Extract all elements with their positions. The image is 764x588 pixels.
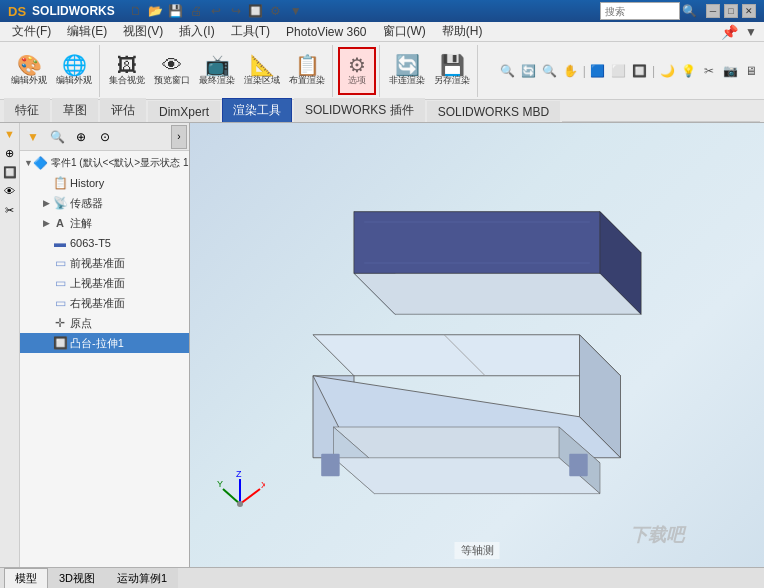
tab-sketch[interactable]: 草图 — [52, 98, 98, 122]
search-icon[interactable]: 🔍 — [680, 2, 698, 20]
search-input[interactable] — [600, 2, 680, 20]
vp-section-icon[interactable]: ✂ — [700, 62, 718, 80]
tree-panel-expand-btn[interactable]: › — [171, 125, 187, 149]
layout-render-btn[interactable]: 📋 布置渲染 — [285, 47, 329, 95]
tree-search-icon[interactable]: 🔍 — [46, 126, 68, 148]
close-btn[interactable]: ✕ — [742, 4, 756, 18]
menu-file[interactable]: 文件(F) — [4, 21, 59, 42]
tab-evaluate[interactable]: 评估 — [100, 98, 146, 122]
tree-filter-icon[interactable]: ▼ — [22, 126, 44, 148]
section-view-btn[interactable]: ✂ — [1, 201, 19, 219]
tab-sw-plugins[interactable]: SOLIDWORKS 插件 — [294, 98, 425, 122]
vp-monitor-icon[interactable]: 🖥 — [742, 62, 760, 80]
menu-photoview[interactable]: PhotoView 360 — [278, 23, 375, 41]
menu-edit[interactable]: 编辑(E) — [59, 21, 115, 42]
toolbar-area: 🎨 编辑外观 🌐 编辑外观 🖼 集合视觉 👁 预览窗口 📺 最终渲染 — [0, 42, 764, 123]
expand-qa-btn[interactable]: ▼ — [287, 2, 305, 20]
viewport[interactable]: X Y Z 等轴测 下载吧 — [190, 123, 764, 567]
stream-render-btn[interactable]: 🔄 非连渲染 — [385, 47, 429, 95]
svg-text:Z: Z — [236, 469, 242, 479]
svg-point-25 — [237, 501, 243, 507]
edit-scene-icon: 🌐 — [62, 55, 87, 75]
options-btn[interactable]: ⚙ 选项 — [338, 47, 376, 95]
part-expand-icon[interactable]: ▼ — [24, 157, 33, 169]
tree-item-origin[interactable]: ✛ 原点 — [20, 313, 189, 333]
tree-item-top-plane[interactable]: ▭ 上视基准面 — [20, 273, 189, 293]
tree-collapse-icon[interactable]: ⊙ — [94, 126, 116, 148]
top-plane-icon: ▭ — [52, 275, 68, 291]
edit-appearance-icon: 🎨 — [17, 55, 42, 75]
vp-camera-icon[interactable]: 📷 — [721, 62, 739, 80]
top-plane-expand-icon — [40, 277, 52, 289]
annotation-expand-icon[interactable]: ▶ — [40, 217, 52, 229]
tab-motion-study[interactable]: 运动算例1 — [106, 568, 178, 588]
edit-appearance-btn[interactable]: 🎨 编辑外观 — [7, 47, 51, 95]
feature-tree: ▼ 🔍 ⊕ ⊙ › ▼ 🔷 零件1 (默认<<默认>显示状态 1>) 📋 His… — [20, 123, 190, 567]
new-btn[interactable]: 🗋 — [127, 2, 145, 20]
bottom-tabs-bar: 模型 3D视图 运动算例1 — [0, 567, 764, 588]
ribbon-tabs: 特征 草图 评估 DimXpert 渲染工具 SOLIDWORKS 插件 SOL… — [0, 100, 764, 122]
edit-scene-btn[interactable]: 🌐 编辑外观 — [52, 47, 96, 95]
vp-rotate-icon[interactable]: 🔄 — [520, 62, 538, 80]
undo-btn[interactable]: ↩ — [207, 2, 225, 20]
open-btn[interactable]: 📂 — [147, 2, 165, 20]
vp-bg-icon[interactable]: 🌙 — [658, 62, 676, 80]
tree-item-boss-extrude[interactable]: 🔲 凸台-拉伸1 — [20, 333, 189, 353]
pin-icon[interactable]: 📌 — [720, 23, 738, 41]
tab-render-tools[interactable]: 渲染工具 — [222, 98, 292, 122]
tree-item-right-plane[interactable]: ▭ 右视基准面 — [20, 293, 189, 313]
menu-help[interactable]: 帮助(H) — [434, 21, 491, 42]
save-last-render-btn[interactable]: 💾 另存渲染 — [430, 47, 474, 95]
preview-window-btn[interactable]: 👁 预览窗口 — [150, 47, 194, 95]
tree-expand-icon[interactable]: ⊕ — [70, 126, 92, 148]
origin-label: 原点 — [70, 316, 92, 331]
menu-insert[interactable]: 插入(I) — [171, 21, 222, 42]
svg-marker-13 — [354, 212, 600, 274]
render-region-icon: 📐 — [250, 55, 275, 75]
tab-dimxpert[interactable]: DimXpert — [148, 101, 220, 122]
tab-sw-mbd[interactable]: SOLIDWORKS MBD — [427, 101, 560, 122]
vp-search-icon[interactable]: 🔍 — [499, 62, 517, 80]
front-plane-expand-icon — [40, 257, 52, 269]
final-render-btn[interactable]: 📺 最终渲染 — [195, 47, 239, 95]
filter-btn[interactable]: ▼ — [1, 125, 19, 143]
view-orientation-btn[interactable]: ⊕ — [1, 144, 19, 162]
vp-zoom-icon[interactable]: 🔍 — [541, 62, 559, 80]
menu-window[interactable]: 窗口(W) — [375, 21, 434, 42]
viewport-label: 等轴测 — [455, 542, 500, 559]
vp-pan-icon[interactable]: ✋ — [562, 62, 580, 80]
tree-item-annotation[interactable]: ▶ A 注解 — [20, 213, 189, 233]
vp-light-icon[interactable]: 💡 — [679, 62, 697, 80]
tab-3d-view[interactable]: 3D视图 — [48, 568, 106, 588]
toolbar-options-icon[interactable]: ▼ — [742, 23, 760, 41]
minimize-btn[interactable]: ─ — [706, 4, 720, 18]
tree-item-sensor[interactable]: ▶ 📡 传感器 — [20, 193, 189, 213]
origin-icon: ✛ — [52, 315, 68, 331]
part-icon: 🔷 — [33, 155, 49, 171]
save-btn[interactable]: 💾 — [167, 2, 185, 20]
render-region-btn[interactable]: 📐 渲染区域 — [240, 47, 284, 95]
print-btn[interactable]: 🖨 — [187, 2, 205, 20]
tab-model[interactable]: 模型 — [4, 568, 48, 588]
vp-wf-icon[interactable]: 🔲 — [631, 62, 649, 80]
layout-render-icon: 📋 — [295, 55, 320, 75]
view3d-btn[interactable]: 🔲 — [247, 2, 265, 20]
hide-show-btn[interactable]: 👁 — [1, 182, 19, 200]
vp-display-icon[interactable]: 🟦 — [589, 62, 607, 80]
part-name-item[interactable]: ▼ 🔷 零件1 (默认<<默认>显示状态 1>) — [20, 153, 189, 173]
tab-feature[interactable]: 特征 — [4, 98, 50, 122]
settings-btn[interactable]: ⚙ — [267, 2, 285, 20]
menu-tools[interactable]: 工具(T) — [223, 21, 278, 42]
sensor-label: 传感器 — [70, 196, 103, 211]
maximize-btn[interactable]: □ — [724, 4, 738, 18]
display-style-btn[interactable]: 🔲 — [1, 163, 19, 181]
tree-item-history[interactable]: 📋 History — [20, 173, 189, 193]
sensor-expand-icon[interactable]: ▶ — [40, 197, 52, 209]
paste-appearance-btn[interactable]: 🖼 集合视觉 — [105, 47, 149, 95]
axis-indicator: X Y Z — [215, 469, 265, 522]
tree-item-material[interactable]: ▬ 6063-T5 — [20, 233, 189, 253]
menu-view[interactable]: 视图(V) — [115, 21, 171, 42]
vp-display2-icon[interactable]: ⬜ — [610, 62, 628, 80]
redo-btn[interactable]: ↪ — [227, 2, 245, 20]
tree-item-front-plane[interactable]: ▭ 前视基准面 — [20, 253, 189, 273]
